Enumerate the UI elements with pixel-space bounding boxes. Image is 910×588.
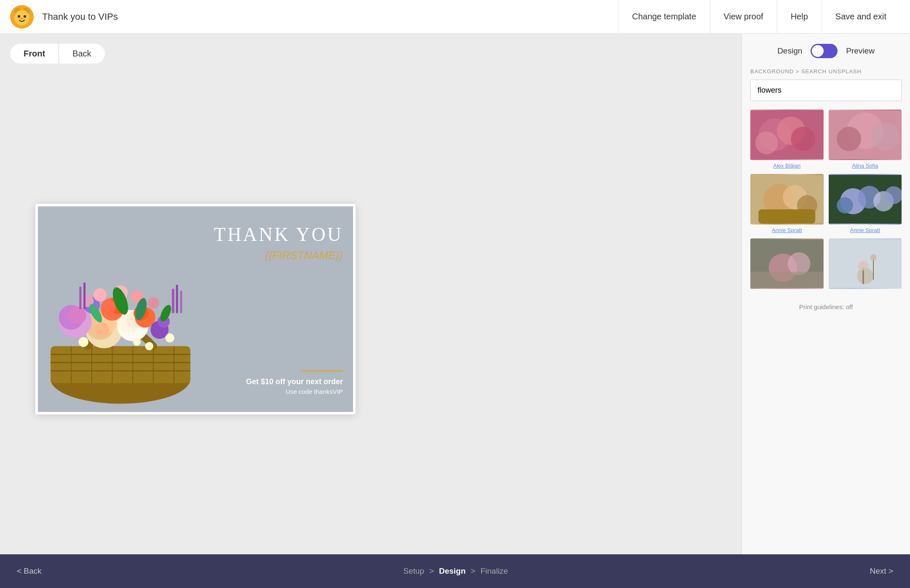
svg-point-22: [94, 322, 109, 337]
card-canvas: THANK YOU {{FIRSTNAME}} Get $10 off your…: [35, 204, 356, 414]
image-item-6[interactable]: [829, 238, 902, 291]
project-title: Thank you to VIPs: [42, 11, 618, 22]
image-item-4[interactable]: Annie Spratt: [829, 174, 902, 233]
print-guidelines: Print guidelines: off: [742, 298, 910, 319]
tab-back[interactable]: Back: [59, 44, 104, 64]
step-finalize: Finalize: [480, 567, 508, 576]
canvas-area: Front Back: [0, 34, 741, 554]
step-separator-2: >: [471, 567, 475, 576]
app-logo: [10, 5, 34, 29]
card-promo-code: Use code thanksVIP: [211, 388, 343, 395]
svg-point-73: [837, 197, 853, 214]
card-upper-text: THANK YOU {{FIRSTNAME}}: [211, 223, 343, 262]
svg-point-5: [24, 15, 26, 18]
svg-point-63: [871, 123, 899, 151]
svg-rect-54: [83, 282, 86, 309]
panel-section-label: BACKGROUND > SEARCH UNSPLASH: [742, 65, 910, 80]
design-preview-toggle-row: Design Preview: [742, 34, 910, 65]
card-text-area: THANK YOU {{FIRSTNAME}} Get $10 off your…: [211, 206, 353, 412]
image-thumb-4: [829, 174, 902, 225]
image-credit-1[interactable]: Alex Blăjan: [750, 163, 824, 169]
image-thumb-3: [750, 174, 824, 225]
svg-point-44: [147, 297, 159, 308]
svg-point-38: [145, 342, 153, 350]
svg-point-84: [870, 254, 876, 261]
step-design: Design: [439, 567, 466, 576]
card-background: THANK YOU {{FIRSTNAME}} Get $10 off your…: [38, 206, 353, 412]
svg-point-4: [18, 15, 20, 18]
search-box: [750, 80, 902, 101]
svg-point-39: [165, 333, 174, 342]
header: Thank you to VIPs Change template View p…: [0, 0, 910, 34]
search-input[interactable]: [751, 80, 901, 101]
back-button[interactable]: < Back: [17, 567, 42, 576]
image-thumb-2: [829, 110, 902, 160]
right-panel: Design Preview BACKGROUND > SEARCH UNSPL…: [741, 34, 910, 554]
image-thumb-6: [829, 238, 902, 289]
svg-point-74: [885, 186, 902, 204]
card-thank-you-text: THANK YOU: [211, 223, 343, 246]
svg-rect-68: [758, 209, 815, 224]
card-side-tabs: Front Back: [10, 44, 731, 64]
svg-point-25: [68, 306, 86, 324]
svg-rect-52: [180, 291, 182, 313]
svg-point-62: [837, 127, 861, 151]
card-firstname-text: {{FIRSTNAME}}: [211, 249, 343, 262]
image-item-5[interactable]: [750, 238, 824, 291]
image-credit-3[interactable]: Annie Spratt: [750, 227, 824, 233]
svg-point-6: [21, 18, 23, 19]
svg-rect-51: [176, 284, 178, 313]
step-separator-1: >: [429, 567, 434, 576]
tab-front[interactable]: Front: [10, 44, 59, 64]
svg-point-58: [791, 127, 815, 151]
design-preview-toggle[interactable]: [811, 44, 838, 58]
svg-point-82: [858, 261, 868, 270]
card-promo-text: Get $10 off your next order: [211, 377, 343, 386]
svg-point-59: [755, 131, 778, 154]
step-setup: Setup: [403, 567, 424, 576]
card-flower-illustration: [38, 206, 211, 412]
image-thumb-5: [750, 238, 824, 289]
help-button[interactable]: Help: [777, 0, 822, 34]
next-button[interactable]: Next >: [870, 567, 893, 576]
toggle-knob: [812, 45, 824, 57]
image-item-3[interactable]: Annie Spratt: [750, 174, 824, 233]
design-label: Design: [777, 46, 802, 56]
card-promo-divider: [301, 370, 343, 372]
svg-point-40: [133, 338, 141, 346]
svg-point-37: [78, 337, 88, 347]
svg-point-43: [94, 288, 107, 301]
save-exit-button[interactable]: Save and exit: [822, 0, 900, 34]
change-template-button[interactable]: Change template: [618, 0, 709, 34]
image-item-1[interactable]: Alex Blăjan: [750, 110, 824, 169]
breadcrumb-steps: Setup > Design > Finalize: [403, 567, 508, 576]
svg-rect-78: [750, 272, 824, 288]
svg-point-31: [101, 299, 115, 314]
image-grid: Alex Blăjan Alina Sofia: [742, 110, 910, 298]
svg-rect-53: [79, 286, 81, 309]
image-credit-2[interactable]: Alina Sofia: [829, 163, 902, 169]
footer: < Back Setup > Design > Finalize Next >: [0, 554, 910, 588]
svg-rect-50: [172, 289, 174, 313]
svg-point-77: [788, 252, 811, 275]
card-promo-area: Get $10 off your next order Use code tha…: [211, 370, 343, 395]
view-proof-button[interactable]: View proof: [710, 0, 777, 34]
svg-point-80: [857, 268, 873, 284]
image-item-2[interactable]: Alina Sofia: [829, 110, 902, 169]
image-thumb-1: [750, 110, 824, 160]
header-nav: Change template View proof Help Save and…: [618, 0, 900, 34]
preview-label: Preview: [846, 46, 875, 56]
image-credit-4[interactable]: Annie Spratt: [829, 227, 902, 233]
main-content: Front Back: [0, 34, 910, 554]
